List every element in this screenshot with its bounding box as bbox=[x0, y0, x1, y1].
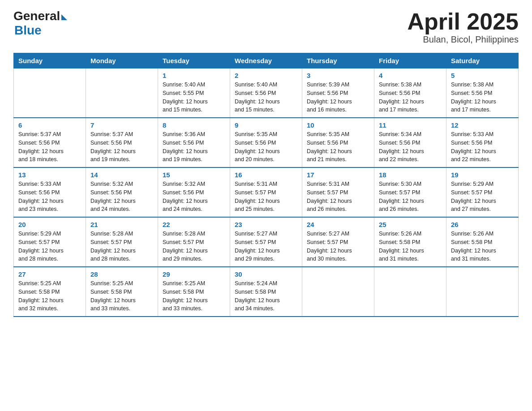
table-row: 15Sunrise: 5:32 AM Sunset: 5:56 PM Dayli… bbox=[158, 167, 230, 217]
table-row: 9Sunrise: 5:35 AM Sunset: 5:56 PM Daylig… bbox=[230, 118, 302, 167]
day-number: 18 bbox=[379, 171, 442, 179]
col-wednesday: Wednesday bbox=[230, 53, 302, 68]
day-info: Sunrise: 5:35 AM Sunset: 5:56 PM Dayligh… bbox=[235, 130, 297, 164]
day-info: Sunrise: 5:40 AM Sunset: 5:55 PM Dayligh… bbox=[163, 81, 225, 114]
day-number: 5 bbox=[451, 72, 514, 79]
col-tuesday: Tuesday bbox=[158, 53, 230, 68]
day-number: 11 bbox=[379, 121, 442, 129]
day-number: 16 bbox=[235, 171, 297, 179]
day-info: Sunrise: 5:29 AM Sunset: 5:57 PM Dayligh… bbox=[451, 180, 514, 214]
table-row bbox=[86, 68, 158, 118]
calendar-week-row: 13Sunrise: 5:33 AM Sunset: 5:56 PM Dayli… bbox=[14, 167, 519, 217]
day-info: Sunrise: 5:28 AM Sunset: 5:57 PM Dayligh… bbox=[90, 230, 153, 263]
calendar-week-row: 20Sunrise: 5:29 AM Sunset: 5:57 PM Dayli… bbox=[14, 217, 519, 267]
day-info: Sunrise: 5:39 AM Sunset: 5:56 PM Dayligh… bbox=[307, 81, 369, 114]
table-row bbox=[374, 267, 446, 317]
day-info: Sunrise: 5:34 AM Sunset: 5:56 PM Dayligh… bbox=[379, 130, 442, 164]
day-number: 1 bbox=[163, 72, 225, 79]
day-info: Sunrise: 5:38 AM Sunset: 5:56 PM Dayligh… bbox=[451, 81, 514, 114]
day-info: Sunrise: 5:30 AM Sunset: 5:57 PM Dayligh… bbox=[379, 180, 442, 214]
calendar-week-row: 6Sunrise: 5:37 AM Sunset: 5:56 PM Daylig… bbox=[14, 118, 519, 167]
table-row bbox=[14, 68, 86, 118]
day-info: Sunrise: 5:26 AM Sunset: 5:58 PM Dayligh… bbox=[379, 230, 442, 263]
table-row: 18Sunrise: 5:30 AM Sunset: 5:57 PM Dayli… bbox=[374, 167, 446, 217]
table-row: 17Sunrise: 5:31 AM Sunset: 5:57 PM Dayli… bbox=[302, 167, 374, 217]
day-info: Sunrise: 5:33 AM Sunset: 5:56 PM Dayligh… bbox=[451, 130, 514, 164]
table-row: 19Sunrise: 5:29 AM Sunset: 5:57 PM Dayli… bbox=[446, 167, 519, 217]
calendar-title-block: April 2025 Bulan, Bicol, Philippines bbox=[407, 9, 519, 45]
logo-general: General bbox=[13, 9, 60, 23]
table-row: 21Sunrise: 5:28 AM Sunset: 5:57 PM Dayli… bbox=[86, 217, 158, 267]
day-number: 13 bbox=[18, 171, 81, 179]
day-info: Sunrise: 5:25 AM Sunset: 5:58 PM Dayligh… bbox=[163, 279, 225, 313]
day-number: 8 bbox=[163, 121, 225, 129]
day-number: 30 bbox=[235, 270, 297, 278]
day-number: 17 bbox=[307, 171, 369, 179]
day-info: Sunrise: 5:24 AM Sunset: 5:58 PM Dayligh… bbox=[235, 279, 297, 313]
day-info: Sunrise: 5:33 AM Sunset: 5:56 PM Dayligh… bbox=[18, 180, 81, 214]
table-row: 10Sunrise: 5:35 AM Sunset: 5:56 PM Dayli… bbox=[302, 118, 374, 167]
table-row bbox=[302, 267, 374, 317]
calendar-week-row: 1Sunrise: 5:40 AM Sunset: 5:55 PM Daylig… bbox=[14, 68, 519, 118]
table-row: 14Sunrise: 5:32 AM Sunset: 5:56 PM Dayli… bbox=[86, 167, 158, 217]
day-info: Sunrise: 5:40 AM Sunset: 5:56 PM Dayligh… bbox=[235, 81, 297, 114]
day-number: 27 bbox=[18, 270, 81, 278]
table-row: 16Sunrise: 5:31 AM Sunset: 5:57 PM Dayli… bbox=[230, 167, 302, 217]
table-row: 12Sunrise: 5:33 AM Sunset: 5:56 PM Dayli… bbox=[446, 118, 519, 167]
day-info: Sunrise: 5:26 AM Sunset: 5:58 PM Dayligh… bbox=[451, 230, 514, 263]
day-info: Sunrise: 5:32 AM Sunset: 5:56 PM Dayligh… bbox=[90, 180, 153, 214]
day-info: Sunrise: 5:29 AM Sunset: 5:57 PM Dayligh… bbox=[18, 230, 81, 263]
day-info: Sunrise: 5:35 AM Sunset: 5:56 PM Dayligh… bbox=[307, 130, 369, 164]
page-header: General Blue April 2025 Bulan, Bicol, Ph… bbox=[13, 9, 519, 45]
day-info: Sunrise: 5:37 AM Sunset: 5:56 PM Dayligh… bbox=[18, 130, 81, 164]
day-info: Sunrise: 5:31 AM Sunset: 5:57 PM Dayligh… bbox=[307, 180, 369, 214]
table-row: 23Sunrise: 5:27 AM Sunset: 5:57 PM Dayli… bbox=[230, 217, 302, 267]
day-number: 6 bbox=[18, 121, 81, 129]
day-info: Sunrise: 5:38 AM Sunset: 5:56 PM Dayligh… bbox=[379, 81, 442, 114]
table-row: 4Sunrise: 5:38 AM Sunset: 5:56 PM Daylig… bbox=[374, 68, 446, 118]
day-number: 23 bbox=[235, 221, 297, 228]
table-row: 25Sunrise: 5:26 AM Sunset: 5:58 PM Dayli… bbox=[374, 217, 446, 267]
table-row: 26Sunrise: 5:26 AM Sunset: 5:58 PM Dayli… bbox=[446, 217, 519, 267]
table-row: 30Sunrise: 5:24 AM Sunset: 5:58 PM Dayli… bbox=[230, 267, 302, 317]
col-thursday: Thursday bbox=[302, 53, 374, 68]
table-row: 28Sunrise: 5:25 AM Sunset: 5:58 PM Dayli… bbox=[86, 267, 158, 317]
table-row: 7Sunrise: 5:37 AM Sunset: 5:56 PM Daylig… bbox=[86, 118, 158, 167]
table-row: 27Sunrise: 5:25 AM Sunset: 5:58 PM Dayli… bbox=[14, 267, 86, 317]
calendar-week-row: 27Sunrise: 5:25 AM Sunset: 5:58 PM Dayli… bbox=[14, 267, 519, 317]
table-row: 22Sunrise: 5:28 AM Sunset: 5:57 PM Dayli… bbox=[158, 217, 230, 267]
table-row: 5Sunrise: 5:38 AM Sunset: 5:56 PM Daylig… bbox=[446, 68, 519, 118]
day-info: Sunrise: 5:27 AM Sunset: 5:57 PM Dayligh… bbox=[235, 230, 297, 263]
day-info: Sunrise: 5:25 AM Sunset: 5:58 PM Dayligh… bbox=[90, 279, 153, 313]
day-number: 4 bbox=[379, 72, 442, 79]
col-sunday: Sunday bbox=[14, 53, 86, 68]
day-number: 28 bbox=[90, 270, 153, 278]
day-number: 10 bbox=[307, 121, 369, 129]
day-number: 19 bbox=[451, 171, 514, 179]
calendar-header-row: Sunday Monday Tuesday Wednesday Thursday… bbox=[14, 53, 519, 68]
day-number: 20 bbox=[18, 221, 81, 228]
day-number: 3 bbox=[307, 72, 369, 79]
day-info: Sunrise: 5:25 AM Sunset: 5:58 PM Dayligh… bbox=[18, 279, 81, 313]
day-number: 15 bbox=[163, 171, 225, 179]
table-row: 1Sunrise: 5:40 AM Sunset: 5:55 PM Daylig… bbox=[158, 68, 230, 118]
table-row: 29Sunrise: 5:25 AM Sunset: 5:58 PM Dayli… bbox=[158, 267, 230, 317]
day-number: 29 bbox=[163, 270, 225, 278]
day-number: 22 bbox=[163, 221, 225, 228]
day-number: 14 bbox=[90, 171, 153, 179]
table-row: 24Sunrise: 5:27 AM Sunset: 5:57 PM Dayli… bbox=[302, 217, 374, 267]
logo: General Blue bbox=[13, 9, 67, 38]
calendar-title: April 2025 bbox=[407, 9, 519, 34]
calendar-subtitle: Bulan, Bicol, Philippines bbox=[407, 34, 519, 45]
table-row: 20Sunrise: 5:29 AM Sunset: 5:57 PM Dayli… bbox=[14, 217, 86, 267]
logo-blue: Blue bbox=[14, 23, 67, 38]
day-number: 25 bbox=[379, 221, 442, 228]
col-saturday: Saturday bbox=[446, 53, 519, 68]
table-row: 8Sunrise: 5:36 AM Sunset: 5:56 PM Daylig… bbox=[158, 118, 230, 167]
day-info: Sunrise: 5:37 AM Sunset: 5:56 PM Dayligh… bbox=[90, 130, 153, 164]
day-number: 26 bbox=[451, 221, 514, 228]
table-row: 2Sunrise: 5:40 AM Sunset: 5:56 PM Daylig… bbox=[230, 68, 302, 118]
table-row: 11Sunrise: 5:34 AM Sunset: 5:56 PM Dayli… bbox=[374, 118, 446, 167]
col-monday: Monday bbox=[86, 53, 158, 68]
day-info: Sunrise: 5:32 AM Sunset: 5:56 PM Dayligh… bbox=[163, 180, 225, 214]
